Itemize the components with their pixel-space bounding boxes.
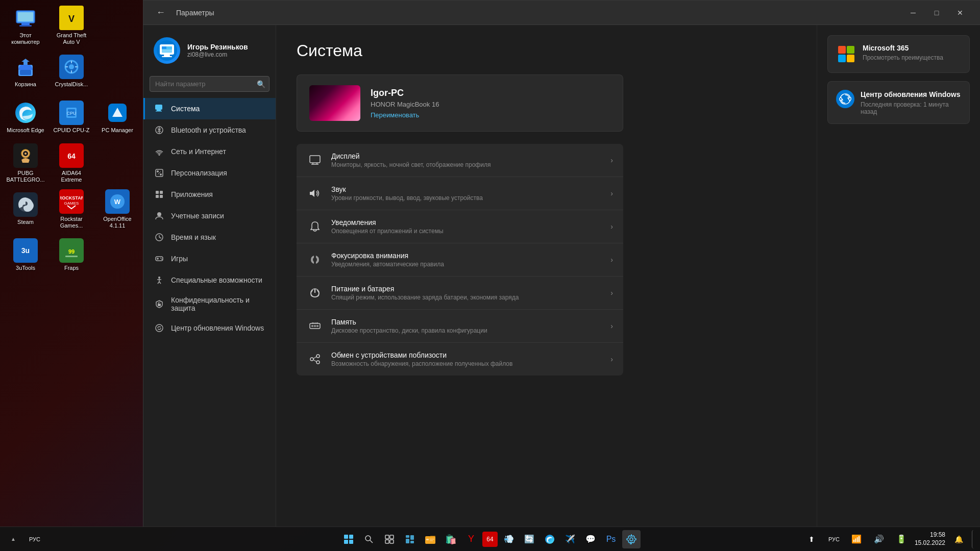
desktop-icon-cpuid[interactable]: CPU CPUID CPU-Z: [48, 94, 94, 140]
nav-icon-accounts: [154, 210, 165, 221]
taskbar-search-button[interactable]: [360, 530, 378, 548]
update-card[interactable]: Центр обновления Windows Последняя прове…: [827, 81, 970, 124]
svg-rect-98: [838, 55, 846, 62]
nav-label-time: Время и язык: [171, 233, 216, 241]
sound-icon[interactable]: 🔊: [870, 530, 888, 548]
desktop-icon-empty2: [94, 48, 140, 94]
memory-chevron: ›: [610, 322, 613, 330]
battery-icon[interactable]: 🔋: [892, 530, 911, 548]
svg-line-64: [159, 237, 161, 238]
nearby-desc: Возможность обнаружения, расположение по…: [331, 360, 512, 367]
maximize-button[interactable]: □: [925, 5, 948, 21]
desktop-icon-recycle[interactable]: Корзина: [3, 48, 48, 94]
update-title: Центр обновления Windows: [861, 90, 961, 99]
nav-item-time[interactable]: Время и язык: [143, 227, 276, 248]
settings-list: Дисплей Мониторы, яркость, ночной свет, …: [297, 144, 623, 375]
desktop-icon-rockstar[interactable]: ROCKSTAR GAMES Rockstar Games...: [48, 186, 94, 232]
taskbar-store[interactable]: 🛍️: [442, 530, 460, 548]
nav-item-accessibility[interactable]: Специальные возможности: [143, 269, 276, 291]
taskbar-left: ▲ РУС: [4, 530, 44, 548]
nav-icon-updates: [154, 322, 165, 334]
nav-item-gaming[interactable]: Игры: [143, 248, 276, 269]
settings-item-display[interactable]: Дисплей Мониторы, яркость, ночной свет, …: [297, 144, 623, 177]
desktop-icon-pubg[interactable]: PUBG BATTLEGRO...: [3, 140, 48, 186]
display-text: Дисплей Мониторы, яркость, ночной свет, …: [331, 152, 491, 168]
search-input[interactable]: [150, 76, 270, 92]
lang-indicator[interactable]: РУС: [825, 530, 843, 548]
settings-item-focus[interactable]: Фокусировка внимания Уведомления, автома…: [297, 243, 623, 277]
notification-bell[interactable]: 🔔: [949, 530, 968, 548]
ms365-text: Microsoft 365 Просмотреть преимущества: [863, 44, 943, 61]
desktop-icon-fraps[interactable]: 99 Fraps: [48, 232, 94, 278]
notification-icon[interactable]: ⬆: [802, 530, 821, 548]
time-date-block[interactable]: 19:58 15.02.2022: [915, 531, 945, 547]
svg-point-93: [316, 361, 320, 364]
svg-rect-90: [316, 325, 318, 327]
user-info: Игорь Резиньков zi08@live.com: [187, 43, 248, 58]
taskbar-refresh[interactable]: 🔄: [520, 530, 538, 548]
nav-item-personalization[interactable]: Персонализация: [143, 162, 276, 184]
svg-rect-106: [385, 535, 389, 539]
taskbar-ps[interactable]: Ps: [602, 530, 620, 548]
nav-item-privacy[interactable]: Конфиденциальность и защита: [143, 291, 276, 317]
nav-item-accounts[interactable]: Учетные записи: [143, 205, 276, 227]
back-button[interactable]: ←: [152, 4, 170, 22]
notification-arrow[interactable]: ▲: [4, 530, 22, 548]
desktop-icon-this-pc[interactable]: Этот компьютер: [3, 3, 48, 48]
task-view-button[interactable]: [380, 530, 399, 548]
update-text: Центр обновления Windows Последняя прове…: [861, 90, 961, 115]
desktop-icon-aida64[interactable]: 64 AIDA64 Extreme: [48, 140, 94, 186]
nav-item-system[interactable]: Система: [143, 98, 276, 119]
desktop-icon-gta5[interactable]: V Grand Theft Auto V: [48, 3, 94, 48]
taskbar-steam-icon[interactable]: 💨: [500, 530, 518, 548]
svg-rect-57: [156, 191, 159, 194]
taskbar-aida[interactable]: 64: [482, 532, 498, 547]
svg-rect-102: [344, 540, 348, 544]
minimize-button[interactable]: ─: [901, 5, 925, 21]
taskbar-explorer[interactable]: [421, 530, 439, 548]
nav-item-updates[interactable]: Центр обновления Windows: [143, 317, 276, 339]
desktop-icon-steam[interactable]: Steam: [3, 186, 48, 232]
settings-item-memory[interactable]: Память Дисковое пространство, диски, пра…: [297, 310, 623, 343]
device-rename-button[interactable]: Переименовать: [371, 111, 439, 119]
close-button[interactable]: ✕: [948, 5, 972, 21]
svg-text:W: W: [114, 198, 121, 206]
notifications-desc: Оповещения от приложений и системы: [331, 228, 444, 235]
svg-rect-45: [162, 49, 172, 52]
settings-item-notifications[interactable]: Уведомления Оповещения от приложений и с…: [297, 210, 623, 243]
taskbar-yandex[interactable]: Y: [462, 530, 480, 548]
lang-btn[interactable]: РУС: [26, 530, 44, 548]
wifi-icon[interactable]: 📶: [847, 530, 866, 548]
nav-item-bluetooth[interactable]: Bluetooth и устройства: [143, 119, 276, 141]
power-title: Питание и батарея: [331, 285, 519, 293]
nav-icon-personalization: [154, 167, 165, 179]
desktop-icon-edge[interactable]: Microsoft Edge: [3, 94, 48, 140]
ms365-card[interactable]: Microsoft 365 Просмотреть преимущества: [827, 35, 970, 73]
desktop-icon-crystaldisk[interactable]: CrystalDisk...: [48, 48, 94, 94]
settings-item-nearby-left: Обмен с устройствами поблизости Возможно…: [307, 351, 512, 367]
user-profile[interactable]: Игорь Резиньков zi08@live.com: [143, 29, 276, 74]
desktop-icon-openoffice[interactable]: W OpenOffice 4.1.11: [94, 186, 140, 232]
taskbar-edge-icon[interactable]: [541, 530, 559, 548]
power-chevron: ›: [610, 289, 613, 297]
icon-label-fraps: Fraps: [64, 265, 79, 271]
taskbar-settings-active[interactable]: [622, 530, 641, 548]
desktop-icon-pcmanager[interactable]: PC Manager: [94, 94, 140, 140]
taskbar-right: ⬆ РУС 📶 🔊 🔋 19:58 15.02.2022 🔔: [802, 530, 976, 548]
nav-item-network[interactable]: Сеть и Интернет: [143, 141, 276, 162]
taskbar-telegram[interactable]: ✈️: [561, 530, 579, 548]
svg-line-105: [370, 540, 373, 543]
nav-item-apps[interactable]: Приложения: [143, 184, 276, 205]
start-button[interactable]: [339, 530, 358, 548]
taskbar-whatsapp[interactable]: 💬: [581, 530, 600, 548]
power-desc: Спящий режим, использование заряда батар…: [331, 294, 519, 301]
settings-item-nearby[interactable]: Обмен с устройствами поблизости Возможно…: [297, 343, 623, 375]
show-desktop[interactable]: [972, 530, 976, 548]
svg-point-104: [365, 536, 371, 541]
widgets-button[interactable]: [401, 530, 419, 548]
settings-item-sound[interactable]: Звук Уровни громкости, вывод, ввод, звук…: [297, 177, 623, 210]
sound-chevron: ›: [610, 189, 613, 197]
desktop-icon-3utools[interactable]: 3u 3uTools: [3, 232, 48, 278]
settings-content-area: Система Igor-PC HONOR MagicBook 16 Переи…: [276, 25, 980, 527]
settings-item-power[interactable]: Питание и батарея Спящий режим, использо…: [297, 277, 623, 310]
